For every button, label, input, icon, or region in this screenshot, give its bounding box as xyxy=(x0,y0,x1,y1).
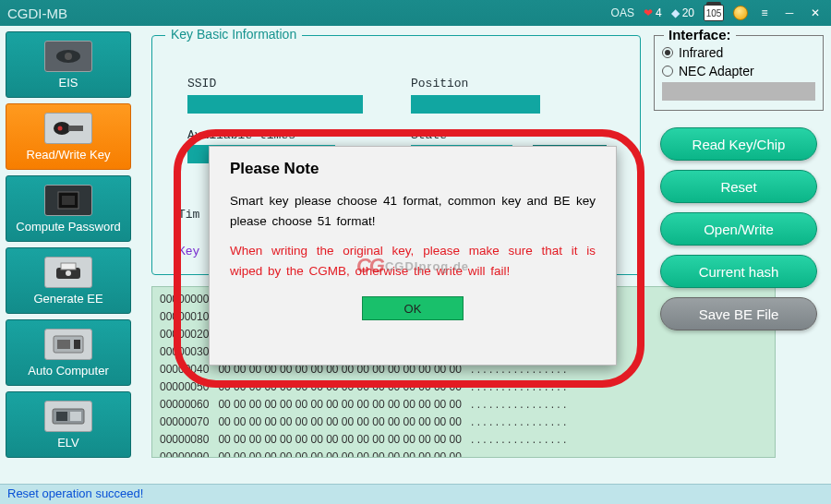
sidebar-label: Read/Write Key xyxy=(27,148,111,162)
svg-rect-6 xyxy=(62,196,75,205)
dialog-body-2: When writing the original key, please ma… xyxy=(230,241,596,282)
oas-label: OAS xyxy=(611,6,634,19)
time-label: Tim xyxy=(178,208,199,222)
sidebar-item-eis[interactable]: EIS xyxy=(6,31,131,98)
app-title: CGDI-MB xyxy=(7,6,611,21)
sidebar-label: Generate EE xyxy=(33,292,102,306)
sidebar-item-compute-password[interactable]: Compute Password xyxy=(6,175,131,242)
radio-dot-icon xyxy=(662,47,673,58)
interface-status-bar xyxy=(662,82,815,101)
sidebar-item-auto-computer[interactable]: Auto Computer xyxy=(6,319,131,386)
sidebar-item-generate-ee[interactable]: Generate EE xyxy=(6,247,131,314)
menu-icon[interactable]: ≡ xyxy=(757,6,772,19)
svg-rect-14 xyxy=(56,412,67,421)
diamonds-indicator: ◆20 xyxy=(671,6,694,19)
elv-icon xyxy=(44,401,92,432)
ok-button[interactable]: OK xyxy=(362,296,464,320)
printer-icon xyxy=(44,257,92,288)
diamonds-count: 20 xyxy=(682,6,694,19)
hearts-count: 4 xyxy=(656,6,662,19)
interface-box: Interface: Infrared NEC Adapter xyxy=(654,35,824,111)
radio-infrared[interactable]: Infrared xyxy=(662,45,815,60)
position-value xyxy=(411,95,540,114)
heart-icon: ❤ xyxy=(644,6,653,19)
open-write-button[interactable]: Open/Write xyxy=(660,212,817,246)
dialog-body-1: Smart key please choose 41 format, commo… xyxy=(230,191,596,232)
current-hash-button[interactable]: Current hash xyxy=(660,255,817,288)
status-bar: Reset operation succeed! xyxy=(0,484,831,504)
chip-icon xyxy=(44,185,92,216)
svg-point-4 xyxy=(58,126,63,130)
position-label: Position xyxy=(411,77,512,90)
title-bar: CGDI-MB OAS ❤4 ◆20 105 ≡ ─ ✕ xyxy=(0,0,831,26)
status-text: Reset operation succeed! xyxy=(7,486,143,500)
key-link[interactable]: Key xyxy=(178,245,199,258)
svg-rect-11 xyxy=(57,340,70,349)
please-note-dialog: Please Note Smart key please choose 41 f… xyxy=(209,146,617,366)
read-key-chip-button[interactable]: Read Key/Chip xyxy=(660,127,817,161)
radio-nec-label: NEC Adapter xyxy=(679,64,754,78)
state-label: State xyxy=(411,128,512,142)
right-panel: Interface: Infrared NEC Adapter Read Key… xyxy=(654,35,824,340)
svg-rect-8 xyxy=(61,263,76,270)
sidebar-item-read-write-key[interactable]: Read/Write Key xyxy=(6,103,131,170)
diamond-icon: ◆ xyxy=(671,6,680,19)
minimize-button[interactable]: ─ xyxy=(781,6,798,19)
fieldset-legend: Key Basic Information xyxy=(165,27,302,42)
eis-icon xyxy=(44,41,92,72)
sidebar-label: EIS xyxy=(59,76,78,90)
reset-button[interactable]: Reset xyxy=(660,170,817,203)
radio-nec-adapter[interactable]: NEC Adapter xyxy=(662,64,815,78)
interface-legend: Interface: xyxy=(664,27,736,42)
available-times-label: Available times xyxy=(187,128,307,142)
save-be-file-button[interactable]: Save BE File xyxy=(660,297,817,330)
key-icon xyxy=(44,113,92,144)
dialog-title: Please Note xyxy=(230,160,596,178)
close-button[interactable]: ✕ xyxy=(807,6,824,19)
svg-rect-12 xyxy=(74,340,80,349)
ecu-icon xyxy=(44,329,92,360)
sidebar-label: ELV xyxy=(57,436,79,450)
radio-dot-icon xyxy=(662,66,673,77)
calendar-icon[interactable]: 105 xyxy=(704,5,724,21)
sidebar-item-elv[interactable]: ELV xyxy=(6,391,131,458)
sidebar-label: Compute Password xyxy=(16,220,120,234)
svg-point-1 xyxy=(65,53,72,60)
sidebar-label: Auto Computer xyxy=(28,364,108,378)
sidebar: EIS Read/Write Key Compute Password Gene… xyxy=(6,31,131,458)
ssid-value xyxy=(187,95,363,114)
svg-rect-3 xyxy=(68,126,83,131)
ssid-label: SSID xyxy=(187,77,289,90)
hearts-indicator: ❤4 xyxy=(644,6,662,19)
svg-point-9 xyxy=(66,270,71,276)
svg-rect-15 xyxy=(70,412,81,421)
medal-icon[interactable] xyxy=(733,6,748,20)
radio-infrared-label: Infrared xyxy=(679,45,723,60)
calendar-value: 105 xyxy=(706,8,722,18)
